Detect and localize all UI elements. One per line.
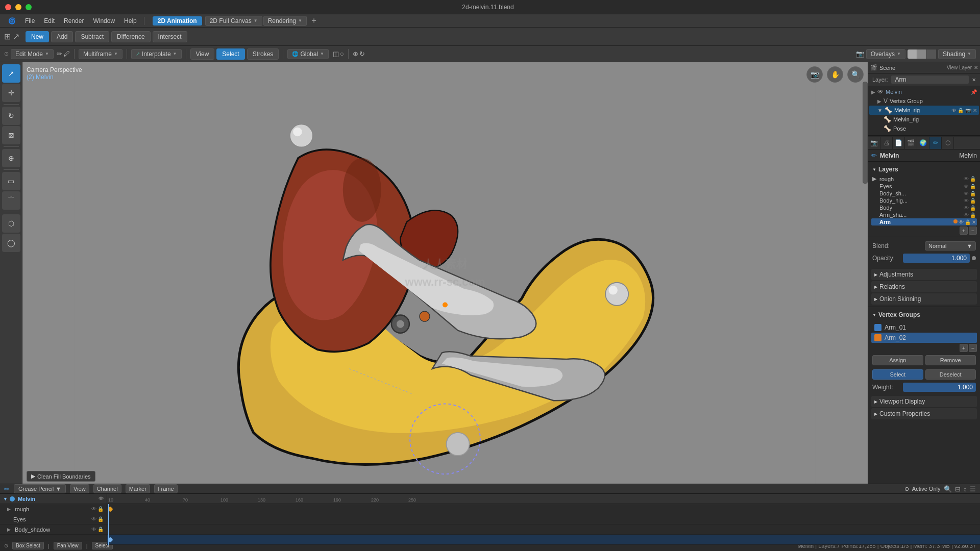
zoom-btn[interactable]: 🔍 xyxy=(847,66,864,83)
menu-help[interactable]: Help xyxy=(120,16,141,26)
close-btn[interactable] xyxy=(5,4,11,10)
blend-dropdown[interactable]: Normal ▼ xyxy=(925,241,976,251)
global-dropdown[interactable]: 🌐 Global ▼ xyxy=(287,49,329,59)
opacity-field[interactable]: 1.000 xyxy=(903,254,970,263)
pan-btn[interactable]: ✋ xyxy=(827,66,843,83)
timeline-search-icon[interactable]: 🔍 xyxy=(944,485,952,493)
rough-track-lock-icon[interactable]: 🔒 xyxy=(97,506,104,512)
tool-radius[interactable]: ◯ xyxy=(2,234,20,252)
prop-tab-scene[interactable]: 🎬 xyxy=(905,137,917,149)
tool-move[interactable]: ✛ xyxy=(2,84,20,102)
track-row-body-shadow[interactable] xyxy=(107,535,980,545)
adjustments-section[interactable]: ▶ Adjustments xyxy=(871,269,977,280)
eyes-lock-icon[interactable]: 🔒 xyxy=(970,184,976,189)
layer-arm-shadow[interactable]: Arm_sha... 👁 🔒 xyxy=(871,211,977,218)
tool-transform[interactable]: ⊕ xyxy=(2,149,20,167)
timeline-channel-btn[interactable]: Channel xyxy=(93,484,121,493)
timeline-filter-icon[interactable]: ⊟ xyxy=(955,485,961,493)
interpolate-dropdown[interactable]: ↗ Interpolate ▼ xyxy=(131,49,182,59)
layer-body[interactable]: Body 👁 🔒 xyxy=(871,204,977,211)
track-melvin[interactable]: ▼ Melvin 👁 xyxy=(0,494,107,504)
layer-body-highlight[interactable]: Body_hig... 👁 🔒 xyxy=(871,197,977,204)
camera-view-btn[interactable]: 📷 xyxy=(806,66,823,83)
scene-close-icon[interactable]: ✕ xyxy=(974,65,978,70)
pan-view-btn[interactable]: Pan View xyxy=(54,542,82,549)
arm-layer-value[interactable]: Arm xyxy=(891,76,969,84)
menu-render[interactable]: Render xyxy=(60,16,88,26)
tool-scale[interactable]: ⊠ xyxy=(2,126,20,144)
shading-material-icon[interactable] xyxy=(917,49,926,59)
body-shadow-lock-icon[interactable]: 🔒 xyxy=(97,527,104,532)
new-button[interactable]: New xyxy=(26,31,49,42)
deselect-button[interactable]: Deselect xyxy=(925,369,976,380)
body-hig-hide-icon[interactable]: 👁 xyxy=(964,198,969,204)
timeline-frame-btn[interactable]: Frame xyxy=(154,484,178,493)
tool-rect-select[interactable]: ▭ xyxy=(2,172,20,190)
timeline-sort-icon[interactable]: ↕ xyxy=(964,485,967,493)
viewport[interactable]: 人人素材www.rr-sc.com Camera Perspective (2)… xyxy=(22,62,868,484)
arm-hide-icon[interactable]: 👁 xyxy=(959,219,964,225)
viewport-scrollbar[interactable] xyxy=(863,82,868,184)
remove-button[interactable]: Remove xyxy=(925,355,976,365)
arm-sha-hide-icon[interactable]: 👁 xyxy=(964,212,969,218)
mode-2d-full-canvas[interactable]: 2D Full Canvas ▼ xyxy=(205,16,262,26)
body-sh-hide-icon[interactable]: 👁 xyxy=(964,191,969,196)
subtract-button[interactable]: Subtract xyxy=(75,31,109,42)
shading-solid-icon[interactable] xyxy=(908,49,917,59)
vg-remove-btn[interactable]: − xyxy=(969,344,977,352)
intersect-button[interactable]: Intersect xyxy=(153,31,187,42)
prop-tab-world[interactable]: 🌍 xyxy=(917,137,929,149)
rough-lock-icon[interactable]: 🔒 xyxy=(970,176,976,182)
box-select-btn[interactable]: Box Select xyxy=(12,542,44,549)
menu-window[interactable]: Window xyxy=(89,16,119,26)
view-btn[interactable]: View xyxy=(190,48,215,60)
vg-add-btn[interactable]: + xyxy=(960,344,968,352)
arm-sha-lock-icon[interactable]: 🔒 xyxy=(970,212,976,218)
layer-eyes[interactable]: Eyes 👁 🔒 xyxy=(871,183,977,190)
arm-extra-icon[interactable]: ✕ xyxy=(972,219,976,225)
track-rough[interactable]: ▶ rough 👁 🔒 xyxy=(0,504,107,514)
edit-mode-dropdown[interactable]: Edit Mode ▼ xyxy=(11,49,54,59)
track-row-melvin[interactable] xyxy=(107,504,980,514)
menu-file[interactable]: File xyxy=(21,16,39,26)
overlays-dropdown[interactable]: Overlays ▼ xyxy=(866,49,905,59)
tool-cursor[interactable]: ↗ xyxy=(2,64,20,83)
track-row-eyes[interactable] xyxy=(107,524,980,535)
timeline-gp-dropdown[interactable]: Grease Pencil ▼ xyxy=(14,484,66,493)
select-button[interactable]: Select xyxy=(872,369,923,380)
timeline-view-btn[interactable]: View xyxy=(70,484,89,493)
layer-add-btn[interactable]: + xyxy=(960,227,968,235)
frame-indicator[interactable] xyxy=(108,504,109,545)
vg-arm01[interactable]: Arm_01 xyxy=(871,322,977,333)
rough-hide-icon[interactable]: 👁 xyxy=(964,176,969,182)
prop-tab-object-data[interactable]: ✏ xyxy=(929,137,942,149)
track-eyes[interactable]: Eyes 👁 🔒 xyxy=(0,514,107,524)
eyes-track-lock-icon[interactable]: 🔒 xyxy=(97,516,104,522)
menu-edit[interactable]: Edit xyxy=(40,16,59,26)
eyes-track-hide-icon[interactable]: 👁 xyxy=(91,516,96,522)
minimize-btn[interactable] xyxy=(15,4,21,10)
weight-field[interactable]: 1.000 xyxy=(903,383,976,392)
add-button[interactable]: Add xyxy=(51,31,73,42)
pen-icon[interactable]: ✏ xyxy=(57,50,62,58)
shading-render-icon[interactable] xyxy=(927,49,936,59)
layer-remove-btn[interactable]: − xyxy=(969,227,977,235)
layers-title[interactable]: ▼ Layers xyxy=(871,164,977,175)
outliner-melvin-rig-sub[interactable]: 🦴 Melvin_rig xyxy=(869,115,979,124)
assign-button[interactable]: Assign xyxy=(872,355,923,365)
custom-properties-section[interactable]: ▶ Custom Properties xyxy=(871,408,977,419)
multiframe-dropdown[interactable]: Multiframe ▼ xyxy=(79,49,122,59)
body-lock-icon[interactable]: 🔒 xyxy=(970,205,976,211)
onion-skinning-section[interactable]: ▶ Onion Skinning xyxy=(871,293,977,305)
track-body-shadow[interactable]: ▶ Body_shadow 👁 🔒 xyxy=(0,524,107,535)
prop-tab-material[interactable]: ⬡ xyxy=(942,137,954,149)
body-hide-icon[interactable]: 👁 xyxy=(964,205,969,211)
tool-extrude[interactable]: ⬡ xyxy=(2,214,20,233)
arm-lock-icon[interactable]: 🔒 xyxy=(965,219,971,225)
vg-section-title[interactable]: ▼ Vertex Groups xyxy=(871,309,977,320)
add-workspace-btn[interactable]: ＋ xyxy=(308,15,320,26)
outliner-melvin-rig-active[interactable]: ▼ 🦴 Melvin_rig 👁 🔒 📷 ✕ xyxy=(869,106,979,115)
maximize-btn[interactable] xyxy=(26,4,32,10)
body-shadow-hide-icon[interactable]: 👁 xyxy=(91,527,96,532)
layer-close-icon[interactable]: ✕ xyxy=(972,77,976,83)
